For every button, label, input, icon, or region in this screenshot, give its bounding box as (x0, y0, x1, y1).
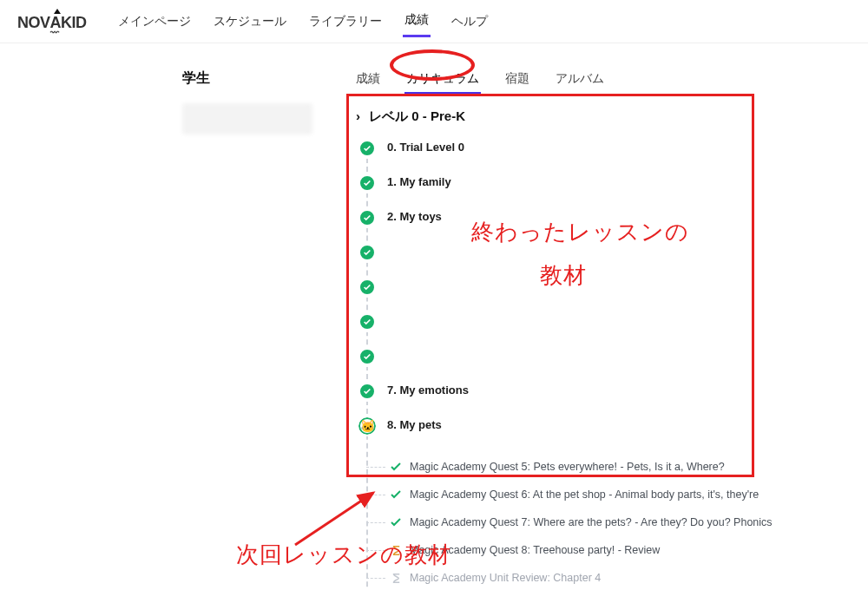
check-icon (389, 515, 403, 529)
sublesson-item[interactable]: Magic Academy Quest 7: Where are the pet… (387, 508, 851, 536)
nav-schedule[interactable]: スケジュール (212, 10, 288, 36)
sublessons: Magic Academy Quest 5: Pets everywhere! … (387, 453, 851, 590)
sublesson-label: Magic Academy Quest 7: Where are the pet… (410, 516, 773, 528)
check-circle-icon (358, 244, 376, 261)
sublesson-item[interactable]: Magic Academy Quest 8: Treehouse party! … (387, 536, 851, 564)
tab-curriculum[interactable]: カリキュラム (404, 69, 481, 95)
unit-tree: 0. Trial Level 0 1. My family 2. My toys (366, 141, 851, 590)
tab-grades[interactable]: 成績 (354, 69, 382, 95)
unit-item[interactable] (387, 349, 851, 364)
nav-grades[interactable]: 成績 (403, 9, 431, 37)
unit-item[interactable] (387, 314, 851, 330)
unit-item[interactable]: 7. My emotions (387, 384, 851, 399)
unit-label: 2. My toys (387, 210, 442, 223)
tab-album[interactable]: アルバム (554, 69, 606, 95)
sublesson-item[interactable]: Magic Academy Quest 5: Pets everywhere! … (387, 453, 851, 481)
unit-label: 1. My family (387, 175, 451, 188)
unit-label: 7. My emotions (387, 384, 469, 397)
level-header[interactable]: › レベル 0 - Pre-K (356, 108, 851, 125)
nav-main[interactable]: メインページ (116, 10, 193, 36)
sublesson-label: Magic Academy Quest 8: Treehouse party! … (410, 544, 660, 556)
check-circle-icon (358, 383, 376, 400)
unit-item[interactable] (387, 279, 851, 295)
nav-library[interactable]: ライブラリー (307, 10, 384, 36)
sublesson-label: Magic Academy Quest 5: Pets everywhere! … (410, 461, 725, 473)
avatar-icon: 🐱 (358, 417, 376, 435)
unit-item-current[interactable]: 🐱 8. My pets (387, 418, 851, 434)
check-circle-icon (358, 174, 376, 192)
unit-item[interactable] (387, 245, 851, 260)
unit-label: 8. My pets (387, 418, 442, 431)
brand-logo: NOVAKID 〰 (17, 14, 87, 32)
main-panel: 成績 カリキュラム 宿題 アルバム › レベル 0 - Pre-K 0. Tri… (347, 69, 868, 590)
sublesson-item[interactable]: Magic Academy Quest 6: At the pet shop -… (387, 481, 851, 508)
sublesson-label: Magic Academy Quest 6: At the pet shop -… (410, 488, 759, 501)
check-icon (389, 460, 403, 474)
check-circle-icon (358, 279, 376, 296)
check-circle-icon (358, 209, 376, 226)
sidebar-title: 学生 (182, 69, 321, 88)
unit-item[interactable]: 2. My toys (387, 210, 851, 226)
hourglass-icon (389, 571, 403, 585)
check-icon (389, 488, 403, 502)
unit-item[interactable]: 1. My family (387, 175, 851, 191)
hourglass-icon (389, 543, 403, 557)
chevron-right-icon: › (356, 108, 360, 123)
unit-item[interactable]: 0. Trial Level 0 (387, 141, 851, 156)
content-tabs: 成績 カリキュラム 宿題 アルバム (347, 69, 851, 95)
sidebar: 学生 (182, 69, 347, 590)
sublesson-item[interactable]: Magic Academy Unit Review: Chapter 4 (387, 564, 851, 590)
unit-label: 0. Trial Level 0 (387, 141, 464, 154)
check-circle-icon (358, 140, 376, 157)
student-item[interactable] (182, 103, 312, 134)
tab-homework[interactable]: 宿題 (503, 69, 531, 95)
check-circle-icon (358, 348, 376, 365)
topbar: NOVAKID 〰 メインページ スケジュール ライブラリー 成績 ヘルプ (0, 0, 868, 43)
check-circle-icon (358, 313, 376, 331)
sublesson-label: Magic Academy Unit Review: Chapter 4 (410, 572, 601, 584)
level-title: レベル 0 - Pre-K (369, 108, 465, 123)
nav-help[interactable]: ヘルプ (450, 10, 490, 36)
